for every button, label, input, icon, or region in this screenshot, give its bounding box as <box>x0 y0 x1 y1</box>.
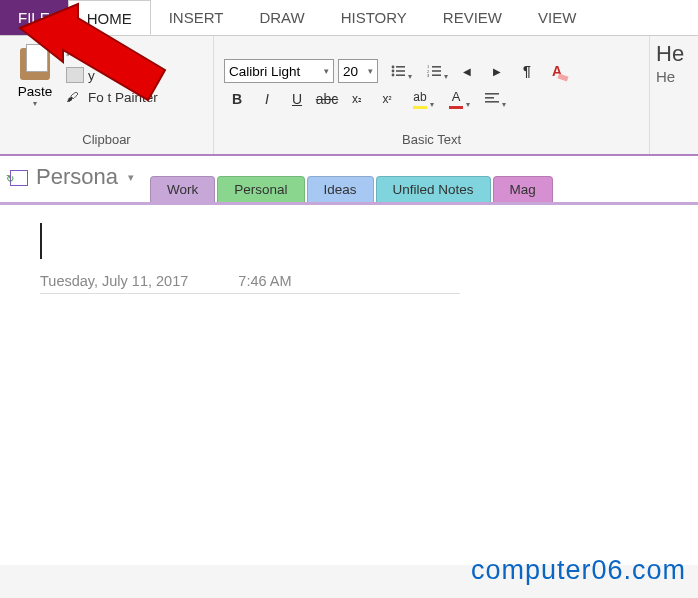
section-tab-unfiled[interactable]: Unfiled Notes <box>376 176 491 202</box>
align-button[interactable] <box>476 87 508 111</box>
group-clipboard: Paste ▾ t y Fo t Painter Clipboar <box>0 36 214 154</box>
svg-rect-9 <box>432 70 441 72</box>
group-basic-text: Calibri Light ▾ 20 ▾ 123 B <box>214 36 650 154</box>
notebook-icon <box>8 169 28 185</box>
clipboard-icon <box>18 42 52 80</box>
svg-rect-14 <box>485 101 499 103</box>
increase-indent-button[interactable] <box>484 59 510 83</box>
svg-rect-1 <box>396 66 405 68</box>
tab-home[interactable]: HOME <box>68 0 151 35</box>
subscript-button[interactable]: x <box>344 87 370 111</box>
group-label-clipboard: Clipboar <box>0 130 213 154</box>
strikethrough-button[interactable]: abc <box>314 87 340 111</box>
copy-button[interactable]: y <box>66 67 158 83</box>
scissors-icon <box>66 46 77 61</box>
style-heading1[interactable]: He <box>656 40 692 68</box>
chevron-down-icon: ▾ <box>368 66 373 76</box>
svg-rect-12 <box>485 93 499 95</box>
decrease-indent-button[interactable] <box>454 59 480 83</box>
svg-point-2 <box>392 70 395 73</box>
tab-draw[interactable]: DRAW <box>241 0 322 35</box>
bullets-button[interactable] <box>382 59 414 83</box>
svg-point-0 <box>392 66 395 69</box>
superscript-button[interactable]: x <box>374 87 400 111</box>
section-tab-work[interactable]: Work <box>150 176 215 202</box>
group-label-basic-text: Basic Text <box>214 130 649 154</box>
paste-button[interactable]: Paste ▾ <box>10 42 60 108</box>
ribbon: Paste ▾ t y Fo t Painter Clipboar <box>0 36 698 156</box>
font-size-select[interactable]: 20 ▾ <box>338 59 378 83</box>
notebook-selector[interactable]: Persona ▾ <box>0 156 142 202</box>
text-cursor <box>40 223 42 259</box>
page-time: 7:46 AM <box>238 273 291 289</box>
painter-label: Fo t Painter <box>88 90 158 105</box>
page-date: Tuesday, July 11, 2017 <box>40 273 188 289</box>
tab-insert[interactable]: INSERT <box>151 0 242 35</box>
clear-formatting-button[interactable] <box>544 59 570 83</box>
page-canvas[interactable]: Tuesday, July 11, 2017 7:46 AM <box>0 205 698 565</box>
brush-icon <box>66 89 84 105</box>
section-tabs: Work Personal Ideas Unfiled Notes Mag <box>150 176 555 202</box>
section-tab-more[interactable]: Mag <box>493 176 553 202</box>
font-size-value: 20 <box>343 64 358 79</box>
paste-label: Paste <box>18 84 53 99</box>
watermark: computer06.com <box>471 555 686 586</box>
italic-button[interactable]: I <box>254 87 280 111</box>
underline-button[interactable]: U <box>284 87 310 111</box>
group-styles: He He <box>650 36 698 154</box>
tab-file[interactable]: FILE <box>0 0 68 35</box>
format-painter-button[interactable]: Fo t Painter <box>66 89 158 105</box>
cut-label: t <box>81 46 85 61</box>
cut-button[interactable]: t <box>66 46 158 61</box>
ribbon-tabs: FILE HOME INSERT DRAW HISTORY REVIEW VIE… <box>0 0 698 36</box>
svg-rect-5 <box>396 74 405 76</box>
highlight-button[interactable]: ab <box>404 87 436 111</box>
svg-text:3: 3 <box>427 73 430 77</box>
style-heading2[interactable]: He <box>656 68 692 85</box>
tab-review[interactable]: REVIEW <box>425 0 520 35</box>
font-color-button[interactable]: A <box>440 87 472 111</box>
bold-button[interactable]: B <box>224 87 250 111</box>
svg-point-4 <box>392 74 395 77</box>
notebook-bar: Persona ▾ Work Personal Ideas Unfiled No… <box>0 156 698 202</box>
paragraph-mark-button[interactable] <box>514 59 540 83</box>
svg-rect-13 <box>485 97 494 99</box>
svg-rect-7 <box>432 66 441 68</box>
svg-rect-3 <box>396 70 405 72</box>
tab-history[interactable]: HISTORY <box>323 0 425 35</box>
font-family-select[interactable]: Calibri Light ▾ <box>224 59 334 83</box>
copy-icon <box>66 67 84 83</box>
chevron-down-icon: ▾ <box>324 66 329 76</box>
chevron-down-icon: ▾ <box>128 171 134 184</box>
copy-label: y <box>88 68 95 83</box>
notebook-name: Persona <box>36 164 118 190</box>
svg-rect-11 <box>432 74 441 76</box>
numbering-button[interactable]: 123 <box>418 59 450 83</box>
section-tab-ideas[interactable]: Ideas <box>307 176 374 202</box>
tab-view[interactable]: VIEW <box>520 0 594 35</box>
section-tab-personal[interactable]: Personal <box>217 176 304 202</box>
page-timestamp: Tuesday, July 11, 2017 7:46 AM <box>40 273 460 294</box>
font-family-value: Calibri Light <box>229 64 300 79</box>
